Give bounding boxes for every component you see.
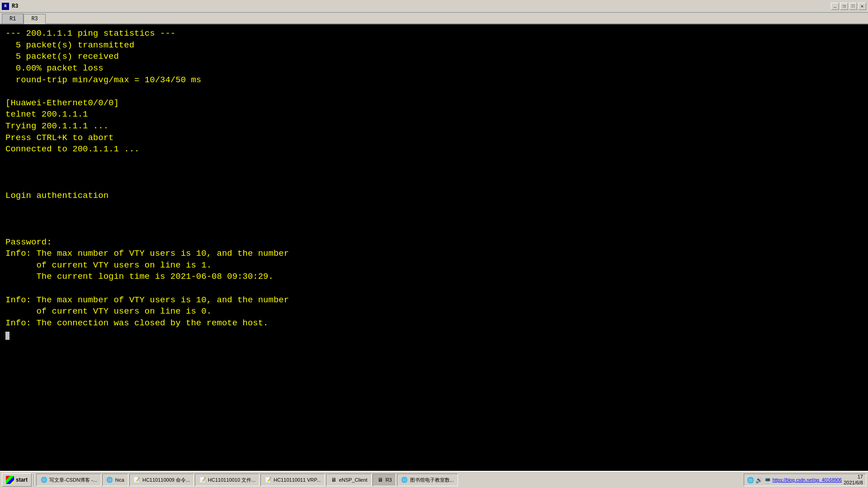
taskbar-item-3[interactable]: 📝HC110110010 文件... [195,474,259,486]
taskbar-item-label-5: eNSP_Client [339,477,368,483]
window-icon: R [2,3,9,10]
taskbar-item-icon-7: 🌐 [401,476,408,483]
restore-button[interactable]: ❐ [840,3,848,10]
sys-tray-icons: 🌐 🔊 💻 https://blog.csdn.net/qq_40168906 [747,476,842,483]
close-button[interactable]: ✕ [858,3,866,10]
taskbar-divider [33,474,34,486]
taskbar-item-icon-0: 🌐 [40,476,47,483]
clock: 17 2021/6/8 [844,474,863,486]
taskbar-item-2[interactable]: 📝HC110110009 命令... [129,474,194,486]
monitor-icon: 💻 [764,476,771,483]
taskbar-item-label-0: 写文章-CSDN博客 -... [49,477,97,483]
tab-bar: R1 R3 [0,13,868,24]
taskbar-item-1[interactable]: 🌐hica [102,474,128,486]
taskbar-item-5[interactable]: 🖥eNSP_Client [326,474,372,486]
window-controls: _ ❐ □ ✕ [831,3,866,10]
taskbar-item-icon-2: 📝 [133,476,141,483]
window-title: R3 [12,3,18,9]
taskbar-item-label-6: R3 [386,477,392,483]
taskbar-item-icon-6: 🖥 [377,476,384,483]
taskbar-items: 🌐写文章-CSDN博客 -...🌐hica📝HC110110009 命令...📝… [36,474,743,486]
taskbar-item-label-3: HC110110010 文件... [208,477,255,483]
taskbar-item-7[interactable]: 🌐图书馆电子教室数... [397,474,458,486]
volume-icon: 🔊 [755,476,763,483]
tab-r1[interactable]: R1 [2,14,24,23]
maximize-button[interactable]: □ [849,3,857,10]
taskbar-item-0[interactable]: 🌐写文章-CSDN博客 -... [36,474,101,486]
taskbar-item-icon-4: 📝 [264,476,272,483]
taskbar-item-label-7: 图书馆电子教室数... [410,477,454,483]
clock-time: 17 [844,474,863,480]
taskbar-item-label-1: hica [115,477,124,483]
start-label: start [16,477,28,483]
terminal-cursor [5,332,9,340]
taskbar-item-icon-3: 📝 [199,476,206,483]
terminal-area[interactable]: --- 200.1.1.1 ping statistics --- 5 pack… [0,24,868,471]
tab-r3[interactable]: R3 [24,14,45,24]
taskbar-item-icon-1: 🌐 [106,476,113,483]
taskbar-item-4[interactable]: 📝HC110110011 VRP... [260,474,325,486]
title-bar: R R3 _ ❐ □ ✕ [0,0,868,13]
network-icon: 🌐 [747,476,754,483]
taskbar-item-icon-5: 🖥 [330,476,337,483]
title-bar-left: R R3 [2,3,18,10]
windows-logo-icon [6,476,14,484]
terminal-output: --- 200.1.1.1 ping statistics --- 5 pack… [5,28,863,341]
taskbar-item-6[interactable]: 🖥R3 [373,474,396,486]
minimize-button[interactable]: _ [831,3,839,10]
system-tray: 🌐 🔊 💻 https://blog.csdn.net/qq_40168906 … [744,474,866,486]
start-button[interactable]: start [2,473,32,487]
taskbar-url[interactable]: https://blog.csdn.net/qq_40168906 [773,478,842,483]
taskbar-item-label-4: HC110110011 VRP... [274,477,321,483]
clock-date: 2021/6/8 [844,480,863,486]
taskbar: start 🌐写文章-CSDN博客 -...🌐hica📝HC110110009 … [0,471,868,488]
taskbar-item-label-2: HC110110009 命令... [142,477,190,483]
